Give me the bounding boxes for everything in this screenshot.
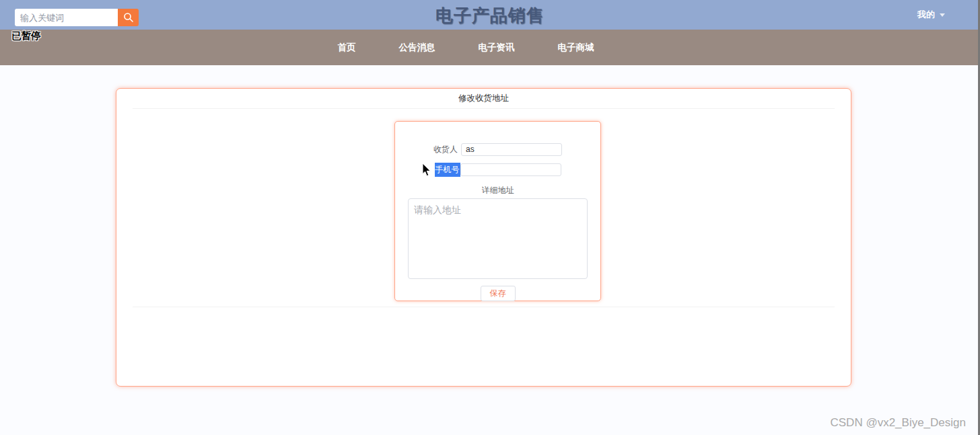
nav-item-mall[interactable]: 电子商城	[551, 38, 601, 58]
nav-item-home[interactable]: 首页	[331, 38, 363, 58]
recipient-input[interactable]	[461, 143, 562, 156]
top-header: 电子产品销售 我的	[0, 0, 980, 30]
divider	[133, 307, 835, 307]
user-menu-label: 我的	[917, 9, 935, 21]
save-button[interactable]: 保存	[481, 286, 516, 301]
nav-item-news[interactable]: 电子资讯	[472, 38, 522, 58]
nav-item-announcements[interactable]: 公告消息	[392, 38, 442, 58]
phone-input[interactable]	[460, 163, 561, 176]
card-title: 修改收货地址	[116, 89, 851, 108]
nav-items: 首页 公告消息 电子资讯 电子商城	[331, 38, 601, 58]
phone-label: 手机号	[435, 163, 460, 177]
chevron-down-icon	[940, 13, 945, 17]
main-nav: 首页 公告消息 电子资讯 电子商城	[0, 30, 980, 65]
address-edit-card: 修改收货地址 收货人 手机号 详细地址 保存	[116, 88, 851, 387]
recipient-label: 收货人	[433, 144, 458, 155]
address-form: 收货人 手机号 详细地址 保存	[394, 121, 601, 301]
divider	[133, 108, 835, 109]
recipient-row: 收货人	[395, 143, 600, 156]
page-title: 电子产品销售	[0, 4, 980, 28]
save-row: 保存	[395, 286, 600, 301]
address-label: 详细地址	[395, 185, 600, 196]
paused-overlay-label: 已暂停	[11, 30, 41, 42]
watermark-text: CSDN @vx2_Biye_Design	[830, 416, 966, 430]
mouse-cursor-icon	[422, 163, 431, 180]
address-textarea[interactable]	[408, 198, 588, 279]
user-menu[interactable]: 我的	[917, 9, 945, 21]
